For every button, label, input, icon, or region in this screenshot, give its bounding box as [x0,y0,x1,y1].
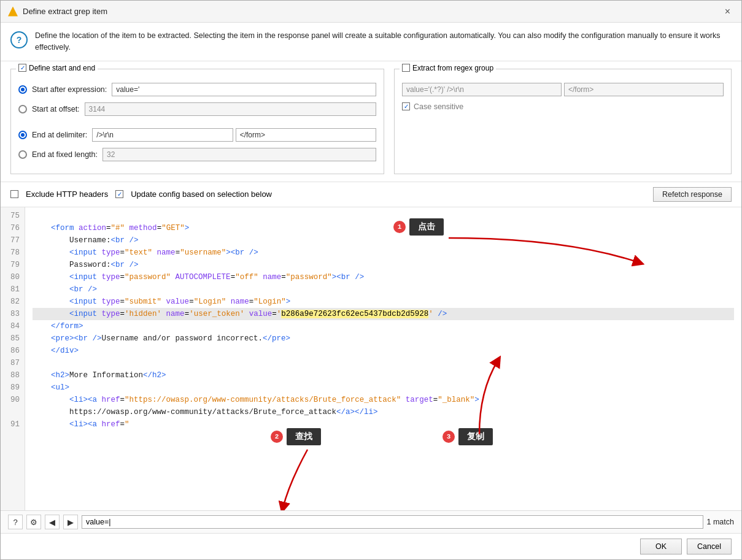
code-line-87 [33,357,734,369]
code-line-85: <pre><br />Username and/or password inco… [33,332,734,345]
code-line-79: Password:<br /> [33,259,734,271]
end-fixed-label: End at fixed length: [32,150,98,159]
cancel-button[interactable]: Cancel [687,539,732,554]
end-delimiter-label: End at delimiter: [32,131,87,139]
start-offset-label: Start at offset: [32,105,80,113]
end-fixed-row: End at fixed length: [18,148,376,161]
case-sensitive-checkbox[interactable] [402,102,410,110]
info-bar: ? Define the location of the item to be … [1,23,741,61]
right-panel-legend: Extract from regex group [400,64,496,72]
next-button[interactable]: ▶ [63,515,78,529]
code-line-76: <form action="#" method="GET"> [33,222,734,234]
info-icon: ? [10,31,28,48]
start-offset-row: Start at offset: [18,102,376,116]
code-line-83: <input type='hidden' name='user_token' v… [33,308,734,320]
info-text: Define the location of the item to be ex… [35,30,732,53]
code-line-80: <input type="password" AUTOCOMPLETE="off… [33,271,734,283]
code-content: <form action="#" method="GET"> Username:… [25,207,741,511]
settings-button[interactable]: ⚙ [26,515,41,529]
dialog: Define extract grep item × ? Define the … [0,0,742,560]
end-delimiter-input1[interactable] [92,128,233,142]
define-start-end-checkbox[interactable] [18,64,26,72]
code-line-88: <h2>More Information</h2> [33,369,734,382]
toolbar-row: Exclude HTTP headers Update config based… [1,182,741,207]
code-line-81: <br /> [33,283,734,296]
close-button[interactable]: × [721,6,734,18]
help-button[interactable]: ? [8,515,23,529]
start-after-radio[interactable] [18,85,27,94]
code-line-84: </form> [33,320,734,332]
code-line-91: <li><a href=" [33,418,734,431]
dialog-title: Define extract grep item [23,7,107,16]
regex-input2[interactable] [564,83,724,96]
extract-regex-checkbox[interactable] [402,64,410,72]
code-line-77: Username:<br /> [33,234,734,247]
end-delimiter-row: End at delimiter: [18,128,376,142]
bottom-bar: ? ⚙ ◀ ▶ 1 match [1,510,741,533]
exclude-http-label: Exclude HTTP headers [26,190,108,199]
action-row: OK Cancel [1,533,741,559]
code-line-82: <input type="submit" value="Login" name=… [33,296,734,308]
code-line-90b: https://owasp.org/www-community/attacks/… [33,406,734,418]
exclude-http-checkbox[interactable] [10,190,18,198]
case-sensitive-label: Case sensitive [414,102,463,111]
left-panel-legend: Define start and end [16,64,98,72]
line-numbers: 75 76 77 78 79 80 81 82 83 84 85 86 87 8… [1,207,25,511]
code-line-90: <li><a href="https://owasp.org/www-commu… [33,394,734,406]
regex-row [402,83,724,96]
title-bar-left: Define extract grep item [8,7,107,17]
left-panel: Define start and end Start after express… [10,69,384,174]
end-fixed-radio[interactable] [18,150,27,159]
start-offset-input[interactable] [85,102,376,116]
update-config-label: Update config based on selection below [131,190,272,199]
case-sensitive-row: Case sensitive [402,102,724,111]
main-content: Define start and end Start after express… [1,61,741,182]
end-fixed-input[interactable] [102,148,376,161]
refetch-button[interactable]: Refetch response [653,187,732,202]
search-input[interactable] [82,515,703,529]
code-line-89: <ul> [33,382,734,394]
code-line-78: <input type="text" name="username"><br /… [33,247,734,259]
end-delimiter-input2[interactable] [236,128,376,142]
start-offset-radio[interactable] [18,105,27,113]
code-line-75 [33,210,734,222]
delimiter-inputs [92,128,376,142]
app-icon [8,7,18,17]
code-line-86: </div> [33,345,734,357]
start-after-label: Start after expression: [32,85,107,94]
title-bar: Define extract grep item × [1,1,741,23]
code-scroll[interactable]: 75 76 77 78 79 80 81 82 83 84 85 86 87 8… [1,207,741,511]
code-area: 75 76 77 78 79 80 81 82 83 84 85 86 87 8… [1,207,741,511]
start-after-row: Start after expression: [18,83,376,96]
ok-button[interactable]: OK [640,539,682,554]
update-config-checkbox[interactable] [115,190,123,198]
right-panel: Extract from regex group Case sensitive [394,69,732,174]
end-delimiter-radio[interactable] [18,131,27,139]
prev-button[interactable]: ◀ [45,515,60,529]
start-after-input[interactable] [112,83,376,96]
match-count: 1 match [707,518,734,526]
regex-input1[interactable] [402,83,562,96]
